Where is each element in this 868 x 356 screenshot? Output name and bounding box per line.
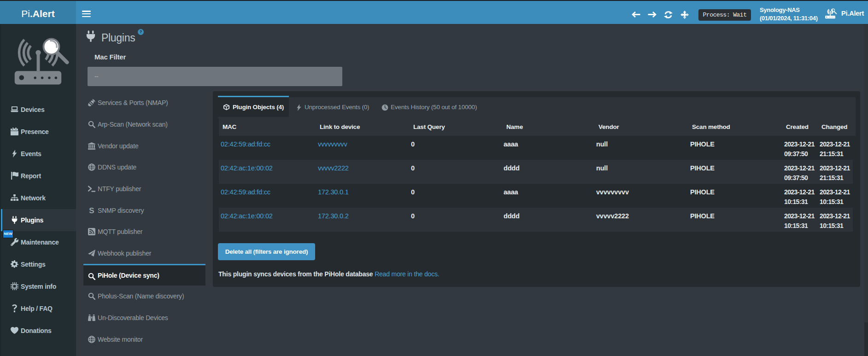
svg-text:S: S (89, 207, 94, 214)
